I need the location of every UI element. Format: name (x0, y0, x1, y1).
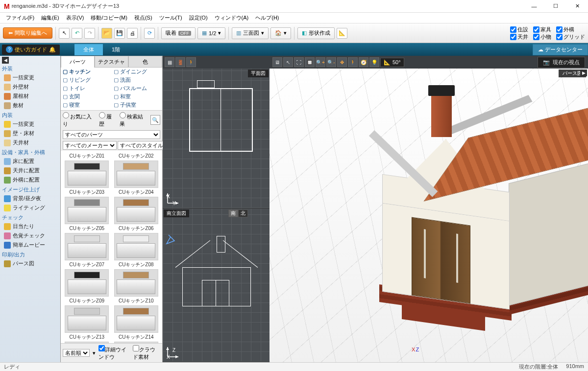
elevation-view[interactable]: 南立面図 南 北 Z X (163, 209, 270, 362)
sidebar-item[interactable]: 簡単ムービー (0, 240, 60, 250)
menu-view[interactable]: 表示(V) (63, 13, 87, 23)
back-to-floorplan-button[interactable]: ⬅ 間取り編集へ (3, 27, 52, 39)
part-thumbnail[interactable]: CUキッチンZ01 (63, 153, 111, 188)
part-thumbnail[interactable]: CUキッチンZ07 (63, 261, 111, 297)
view-mode-dropdown[interactable]: ▥ 三面図 ▾ (232, 27, 269, 39)
collapse-right-icon[interactable]: ▶ (580, 70, 587, 76)
view-angle[interactable]: 📐50° (380, 58, 404, 67)
save-icon[interactable]: 💾 (114, 28, 125, 39)
sidebar-item[interactable]: ライティング (0, 203, 60, 212)
undo-icon[interactable]: ↶ (72, 28, 82, 39)
floor-tab-1f[interactable]: 1階 (103, 44, 129, 55)
menu-help[interactable]: ヘルプ(H) (252, 13, 282, 23)
direction-south[interactable]: 南 (228, 209, 238, 217)
tab-color[interactable]: 色 (128, 56, 162, 68)
data-center-button[interactable]: ☁ データセンター (533, 44, 588, 55)
menu-window[interactable]: ウィンドウ(A) (212, 13, 252, 23)
sidebar-item[interactable]: 床に配置 (0, 157, 60, 166)
part-thumbnail[interactable]: CUキッチンZ08 (112, 261, 161, 297)
part-thumbnail[interactable]: CUキッチンZ14 (112, 334, 161, 343)
redo-icon[interactable]: ↷ (84, 28, 95, 39)
person-icon[interactable]: 🚶 (186, 57, 196, 67)
sidebar-item[interactable]: 一括変更 (0, 119, 60, 129)
menu-tool[interactable]: ツール(T) (156, 13, 185, 23)
check-ceiling[interactable]: 天井 (510, 33, 528, 41)
grid-toggle-icon[interactable]: ▦ (165, 57, 174, 67)
menu-move[interactable]: 移動/コピー(M) (88, 13, 130, 23)
shape-create-button[interactable]: ◧ 形状作成 (297, 27, 335, 39)
sidebar-item[interactable]: パース図 (0, 259, 60, 268)
zoom-out-icon[interactable]: 🔍- (326, 57, 336, 67)
check-detail-window[interactable]: 詳細ウインドウ (98, 345, 130, 361)
fullscreen-icon[interactable]: ⛶ (294, 57, 304, 67)
sidebar-item[interactable]: 天井材 (0, 138, 60, 147)
cat-bathroom[interactable]: ▢ バスルーム (112, 84, 163, 93)
sidebar-item[interactable]: 屋根材 (0, 92, 60, 101)
window-maximize[interactable]: ☐ (545, 0, 566, 13)
home-dropdown[interactable]: 🏠▾ (270, 27, 291, 39)
walk-icon[interactable]: 🚶 (348, 57, 358, 67)
sidebar-item[interactable]: 天井に配置 (0, 166, 60, 175)
check-furniture[interactable]: 家具 (533, 26, 551, 33)
sidebar-item[interactable]: 一括変更 (0, 73, 60, 82)
part-thumbnail[interactable]: CUキッチンZ05 (63, 225, 111, 260)
cat-toilet[interactable]: ▢ トイレ (61, 84, 112, 93)
window-minimize[interactable]: — (523, 0, 545, 13)
cat-japanese[interactable]: ▢ 和室 (112, 93, 163, 101)
tab-parts[interactable]: パーツ (61, 56, 95, 68)
cat-dining[interactable]: ▢ ダイニング (112, 68, 163, 76)
direction-north[interactable]: 北 (238, 209, 248, 217)
part-thumbnail[interactable]: CUキッチンZ10 (112, 298, 161, 333)
part-thumbnail[interactable]: CUキッチンZ06 (112, 225, 161, 260)
filter-parts-dropdown[interactable]: すべてのパーツ (63, 130, 160, 139)
sidebar-item[interactable]: 日当たり (0, 222, 60, 231)
radio-search[interactable]: 検索結果 (120, 112, 147, 128)
part-thumbnail[interactable]: CUキッチンZ04 (112, 189, 161, 224)
grid-spacing-dropdown[interactable]: ▦ 1/2 ▾ (197, 27, 225, 39)
radio-history[interactable]: 履歴 (99, 112, 117, 128)
part-thumbnail[interactable]: CUキッチンZ02 (112, 153, 161, 188)
cat-kids[interactable]: ▢ 子供室 (112, 101, 163, 109)
pan-icon[interactable]: ✥ (337, 57, 347, 67)
sidebar-item[interactable]: 敷材 (0, 101, 60, 110)
cat-kitchen[interactable]: ▢ キッチン (61, 68, 112, 76)
sort-dropdown[interactable]: 名前順 (63, 349, 90, 357)
window-close[interactable]: ✕ (566, 0, 588, 13)
search-icon[interactable]: 🔍 (150, 115, 160, 125)
guide-button[interactable]: ? 使い方ガイド 🔔 (2, 45, 60, 55)
open-icon[interactable]: 📂 (101, 28, 112, 39)
cat-living[interactable]: ▢ リビング (61, 76, 112, 84)
measure-icon[interactable]: 📐 (337, 28, 347, 39)
select-tool-icon[interactable]: ↖ (283, 57, 293, 67)
door-icon[interactable]: 🚪 (175, 57, 185, 67)
part-thumbnail[interactable]: CUキッチンZ03 (63, 189, 111, 224)
menu-viewpoint[interactable]: 視点(S) (131, 13, 155, 23)
filter-maker-dropdown[interactable]: すべてのメーカー (63, 141, 117, 150)
check-accessories[interactable]: 小物 (533, 33, 551, 41)
sidebar-item[interactable]: 色覚チェック (0, 231, 60, 240)
floor-tab-all[interactable]: 全体 (74, 44, 103, 55)
cat-bedroom[interactable]: ▢ 寝室 (61, 101, 112, 109)
check-fixtures[interactable]: 住設 (510, 26, 528, 33)
cursor-tool-icon[interactable]: ↖ (59, 28, 70, 39)
sidebar-item[interactable]: 外構に配置 (0, 175, 60, 185)
refresh-icon[interactable]: ⟳ (144, 28, 155, 39)
print-icon[interactable]: 🖨 (127, 28, 138, 39)
perspective-view[interactable]: 🖥 ↖ ⛶ 🔲 🔍+ 🔍- ✥ 🚶 🧭 💡 📐50° 📷 現在の視点 パース図 … (270, 56, 588, 362)
tab-texture[interactable]: テクスチャ (95, 56, 128, 68)
check-exterior[interactable]: 外構 (556, 26, 585, 33)
zoom-in-icon[interactable]: 🔍+ (316, 57, 325, 67)
cat-washroom[interactable]: ▢ 洗面 (112, 76, 163, 84)
plan-view[interactable]: 平面図 X Y (163, 69, 270, 209)
menu-edit[interactable]: 編集(E) (38, 13, 62, 23)
check-cloud[interactable]: クラウド素材 (133, 345, 160, 361)
check-grid[interactable]: グリッド (556, 33, 585, 41)
sidebar-item[interactable]: 背景/昼夕夜 (0, 194, 60, 203)
display-mode-icon[interactable]: 🖥 (272, 57, 282, 67)
fit-icon[interactable]: 🔲 (305, 57, 315, 67)
light-icon[interactable]: 💡 (369, 57, 379, 67)
snap-toggle[interactable]: 吸着 OFF (161, 27, 196, 39)
sidebar-item[interactable]: 壁・床材 (0, 129, 60, 138)
part-thumbnail[interactable]: CUキッチンZ13 (63, 334, 111, 343)
collapse-left-icon[interactable]: ◀ (2, 57, 9, 64)
